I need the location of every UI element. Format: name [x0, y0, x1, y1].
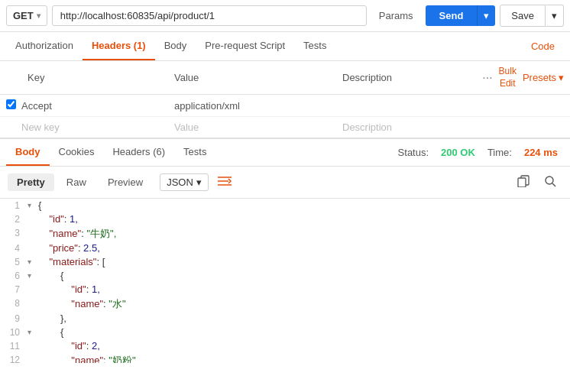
- line-toggle: [28, 213, 38, 215]
- line-toggle[interactable]: ▾: [28, 256, 38, 266]
- new-header-row: New key Value Description: [0, 117, 570, 138]
- accept-value: application/xml: [174, 100, 342, 112]
- save-button[interactable]: Save: [500, 5, 546, 27]
- presets-chevron-icon: ▾: [559, 72, 564, 83]
- line-content: {: [38, 199, 570, 211]
- response-section: Body Cookies Headers (6) Tests Status: 2…: [0, 138, 570, 363]
- header-row: Accept application/xml: [0, 95, 570, 117]
- status-value: 200 OK: [441, 147, 475, 158]
- line-number: 4: [0, 242, 28, 254]
- resp-tab-body[interactable]: Body: [6, 139, 50, 166]
- line-number: 11: [0, 340, 28, 352]
- method-label: GET: [13, 10, 34, 21]
- line-number: 9: [0, 313, 28, 324]
- col-key-label: Key: [6, 72, 174, 83]
- wrap-button[interactable]: [212, 171, 238, 193]
- tab-pre-request[interactable]: Pre-request Script: [196, 32, 294, 60]
- code-line: 3 "name": "牛奶",: [0, 226, 570, 241]
- line-number: 10: [0, 326, 28, 338]
- tab-headers[interactable]: Headers (1): [83, 32, 155, 60]
- line-toggle[interactable]: ▾: [28, 199, 38, 209]
- line-toggle: [28, 227, 38, 228]
- new-key-placeholder[interactable]: New key: [21, 121, 174, 133]
- status-label: Status:: [398, 147, 429, 158]
- accept-key: Accept: [21, 100, 174, 112]
- resp-tab-cookies[interactable]: Cookies: [50, 139, 104, 166]
- line-number: 8: [0, 297, 28, 309]
- line-content: "price": 2.5,: [38, 242, 570, 254]
- line-content: {: [38, 270, 570, 281]
- line-content: "name": "水": [38, 297, 570, 311]
- code-line: 9 },: [0, 312, 570, 326]
- copy-button[interactable]: [511, 172, 536, 193]
- code-link[interactable]: Code: [522, 33, 564, 60]
- col-value-label: Value: [174, 72, 342, 83]
- code-line: 5▾ "materials": [: [0, 255, 570, 269]
- line-toggle: [28, 313, 38, 314]
- method-chevron-icon: ▾: [37, 11, 40, 20]
- bulk-edit-button[interactable]: Bulk Edit: [499, 66, 517, 89]
- preview-button[interactable]: Preview: [99, 173, 152, 191]
- line-toggle[interactable]: ▾: [28, 270, 38, 280]
- code-area: 1▾{2 "id": 1,3 "name": "牛奶",4 "price": 2…: [0, 199, 570, 363]
- send-button[interactable]: Send: [426, 5, 478, 26]
- method-select[interactable]: GET ▾: [6, 5, 47, 26]
- resp-tab-tests[interactable]: Tests: [174, 139, 215, 166]
- header-actions: ··· Bulk Edit Presets ▾: [482, 66, 564, 89]
- accept-checkbox[interactable]: [6, 99, 16, 109]
- url-input[interactable]: [52, 5, 367, 26]
- format-label: JSON: [167, 177, 193, 188]
- line-toggle: [28, 297, 38, 299]
- line-content: "id": 1,: [38, 213, 570, 225]
- code-line: 10▾ {: [0, 326, 570, 339]
- svg-point-5: [546, 177, 553, 184]
- new-desc-placeholder[interactable]: Description: [342, 121, 564, 133]
- code-line: 2 "id": 1,: [0, 212, 570, 226]
- new-value-placeholder[interactable]: Value: [174, 121, 342, 133]
- line-number: 2: [0, 213, 28, 225]
- response-tabs: Body Cookies Headers (6) Tests Status: 2…: [0, 139, 570, 167]
- line-number: 5: [0, 256, 28, 267]
- code-line: 1▾{: [0, 199, 570, 212]
- line-number: 12: [0, 354, 28, 363]
- svg-line-6: [552, 183, 555, 186]
- format-select[interactable]: JSON ▾: [160, 173, 209, 191]
- save-group: Save ▾: [500, 5, 564, 27]
- code-line: 8 "name": "水": [0, 296, 570, 312]
- header-checkbox[interactable]: [6, 99, 21, 112]
- line-toggle: [28, 340, 38, 342]
- code-line: 12 "name": "奶粉": [0, 353, 570, 363]
- search-button[interactable]: [539, 173, 562, 193]
- tab-body[interactable]: Body: [155, 32, 196, 60]
- raw-button[interactable]: Raw: [57, 173, 96, 191]
- pretty-button[interactable]: Pretty: [8, 173, 54, 191]
- headers-col-header: Key Value Description ··· Bulk Edit Pres…: [0, 61, 570, 95]
- tab-authorization[interactable]: Authorization: [6, 32, 83, 60]
- send-dropdown-button[interactable]: ▾: [477, 5, 495, 26]
- format-chevron-icon: ▾: [196, 177, 202, 188]
- line-number: 3: [0, 227, 28, 238]
- headers-section: Key Value Description ··· Bulk Edit Pres…: [0, 61, 570, 138]
- svg-rect-4: [518, 178, 526, 187]
- more-options-button[interactable]: ···: [482, 71, 492, 85]
- col-description-label: Description: [342, 72, 482, 83]
- presets-button[interactable]: Presets ▾: [523, 72, 564, 83]
- time-label: Time:: [487, 147, 512, 158]
- tab-tests[interactable]: Tests: [294, 32, 335, 60]
- resp-tab-headers[interactable]: Headers (6): [103, 139, 174, 166]
- response-status: Status: 200 OK Time: 224 ms: [398, 147, 564, 158]
- save-dropdown-button[interactable]: ▾: [546, 5, 564, 27]
- line-content: "name": "奶粉": [38, 354, 570, 363]
- params-button[interactable]: Params: [371, 6, 421, 25]
- line-content: {: [38, 326, 570, 338]
- time-value: 224 ms: [524, 147, 558, 158]
- code-line: 7 "id": 1,: [0, 283, 570, 296]
- line-number: 1: [0, 199, 28, 211]
- code-line: 11 "id": 2,: [0, 339, 570, 353]
- line-toggle: [28, 242, 38, 244]
- code-line: 6▾ {: [0, 269, 570, 283]
- line-toggle[interactable]: ▾: [28, 326, 38, 336]
- code-line: 4 "price": 2.5,: [0, 241, 570, 255]
- save-chevron-icon: ▾: [552, 10, 557, 21]
- line-number: 6: [0, 270, 28, 281]
